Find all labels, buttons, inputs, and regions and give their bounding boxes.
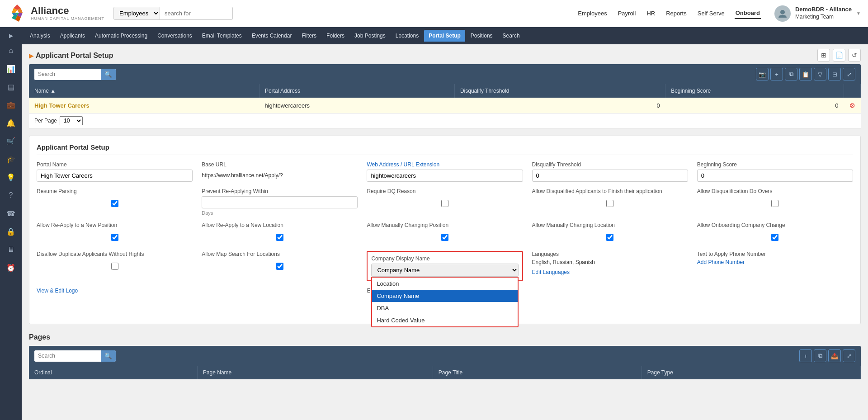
cell-name[interactable]: High Tower Careers [29,98,259,113]
subnav-locations[interactable]: Locations [391,30,423,42]
nav-reports[interactable]: Reports [665,8,688,19]
toolbar-filter-btn[interactable]: ▽ [814,68,826,80]
view-edit-logo-link[interactable]: View & Edit Logo [37,288,193,294]
sidebar-home[interactable]: ⌂ [3,42,19,59]
subnav-applicants[interactable]: Applicants [56,30,90,42]
beginning-score-label: Beginning Score [697,161,853,168]
dropdown-option-hard-coded[interactable]: Hard Coded Value [372,314,517,326]
subnav-folders[interactable]: Folders [322,30,349,42]
languages-group: Languages English, Russian, Spanish Edit… [532,251,688,281]
subnav-analysis[interactable]: Analysis [25,30,55,42]
subnav-positions[interactable]: Positions [466,30,497,42]
spacer-3 [697,288,853,310]
col-disqualify: Disqualify Threshold [454,84,665,98]
dropdown-option-dba[interactable]: DBA [372,302,517,314]
subnav-email-templates[interactable]: Email Templates [198,30,246,42]
edit-languages-link[interactable]: Edit Languages [532,269,688,275]
portal-name-input[interactable] [37,170,193,182]
toolbar-paste-btn[interactable]: 📋 [799,68,812,80]
table-search-input[interactable] [34,69,101,80]
sidebar-help[interactable]: ? [3,187,19,203]
nav-hr[interactable]: HR [646,8,656,19]
add-phone-link[interactable]: Add Phone Number [697,259,853,265]
toolbar-copy-btn[interactable]: ⧉ [785,68,797,80]
main-layout: ▶ ⌂ 📊 ▤ 💼 🔔 🛒 🎓 💡 ? ☎ 🔒 🖥 ⏰ Analysis App… [0,27,868,420]
dropdown-option-company-name[interactable]: Company Name [372,290,517,302]
file-view-icon[interactable]: 📄 [833,49,845,61]
subnav-filters[interactable]: Filters [297,30,321,42]
global-search-input[interactable] [160,8,232,19]
sidebar-toggle[interactable]: ▶ [7,31,15,41]
pages-col-ordinal: Ordinal [29,366,197,379]
table-search-button[interactable]: 🔍 [101,69,116,80]
pages-search-input[interactable] [34,350,101,361]
allow-manually-position-checkbox[interactable] [441,234,448,241]
sidebar-lock[interactable]: 🔒 [3,223,19,240]
sidebar-cart[interactable]: 🛒 [3,133,19,149]
nav-payroll[interactable]: Payroll [617,8,637,19]
subnav-portal-setup[interactable]: Portal Setup [424,30,465,42]
pages-toolbar-add-btn[interactable]: + [799,349,812,362]
nav-employees[interactable]: Employees [577,8,608,19]
allow-manually-location-checkbox[interactable] [606,234,613,241]
sidebar-charts[interactable]: 📊 [3,61,19,77]
resume-parsing-checkbox[interactable] [111,200,118,207]
toolbar-add-btn[interactable]: + [770,68,783,80]
user-profile-area[interactable]: DemoBDR - Alliance Marketing Team ▼ [774,5,861,22]
company-display-select[interactable]: Location Company Name DBA Hard Coded Val… [371,264,518,277]
dropdown-option-location[interactable]: Location [372,278,517,290]
sidebar-phone[interactable]: ☎ [3,205,19,222]
pages-toolbar-export-btn[interactable]: 📤 [828,349,841,362]
sidebar-clock[interactable]: ⏰ [3,260,19,276]
subnav-events-calendar[interactable]: Events Calendar [247,30,297,42]
allow-disqualified-checkbox[interactable] [606,200,613,207]
disqualify-threshold-input[interactable] [532,170,688,182]
allow-reapply-position-checkbox-wrap [37,230,193,245]
web-address-label: Web Address / URL Extension [367,161,523,168]
days-label: Days [202,210,358,216]
pages-toolbar-expand-btn[interactable]: ⤢ [843,349,855,362]
grid-view-icon[interactable]: ⊞ [817,49,830,61]
user-dropdown-chevron[interactable]: ▼ [856,11,861,16]
prevent-reapply-input[interactable] [202,196,358,208]
allow-reapply-location-group: Allow Re-Apply to a New Location [202,222,358,245]
toolbar-camera-btn[interactable]: 📷 [756,68,769,80]
sidebar-briefcase[interactable]: 💼 [3,97,19,113]
col-name[interactable]: Name ▲ [29,84,259,98]
subnav-automatic-processing[interactable]: Automatic Processing [90,30,152,42]
allow-map-search-label: Allow Map Search For Locations [202,251,358,257]
nav-onboard[interactable]: Onboard [735,8,761,19]
toolbar-expand-btn[interactable]: ⤢ [843,68,855,80]
pages-toolbar-copy-btn[interactable]: ⧉ [814,349,826,362]
disallow-duplicate-checkbox[interactable] [111,263,118,270]
web-address-input[interactable] [367,170,523,182]
allow-reapply-location-checkbox[interactable] [276,234,283,241]
allow-reapply-location-checkbox-wrap [202,230,358,245]
subnav-job-postings[interactable]: Job Postings [350,30,390,42]
allow-disqualification-checkbox[interactable] [771,200,778,207]
col-beginning-score: Beginning Score [665,84,844,98]
company-display-dropdown-popup: Location Company Name DBA Hard Coded Val… [371,277,518,327]
delete-row-btn[interactable]: ⊗ [849,101,855,109]
sidebar-list[interactable]: ▤ [3,79,19,95]
sidebar-education[interactable]: 🎓 [3,151,19,167]
sidebar-bell[interactable]: 🔔 [3,115,19,131]
per-page-select[interactable]: 10 25 50 100 [60,116,83,125]
history-icon[interactable]: ↺ [848,49,861,61]
search-category-dropdown[interactable]: Employees Payroll HR [114,7,160,19]
user-avatar-icon [778,9,788,19]
allow-map-search-checkbox[interactable] [276,263,283,270]
nav-selfserve[interactable]: Self Serve [697,8,726,19]
subnav-search[interactable]: Search [498,30,524,42]
pages-search-button[interactable]: 🔍 [101,350,116,362]
beginning-score-input[interactable] [697,170,853,182]
main-content-area: Analysis Applicants Automatic Processing… [22,27,868,420]
breadcrumb-arrow: ▶ [29,52,34,59]
allow-onboarding-checkbox[interactable] [771,234,778,241]
require-dq-checkbox[interactable] [441,200,448,207]
sidebar-monitor[interactable]: 🖥 [3,241,19,258]
allow-reapply-position-checkbox[interactable] [111,234,118,241]
subnav-conversations[interactable]: Conversations [153,30,197,42]
toolbar-columns-btn[interactable]: ⊟ [828,68,841,80]
sidebar-bulb[interactable]: 💡 [3,169,19,185]
